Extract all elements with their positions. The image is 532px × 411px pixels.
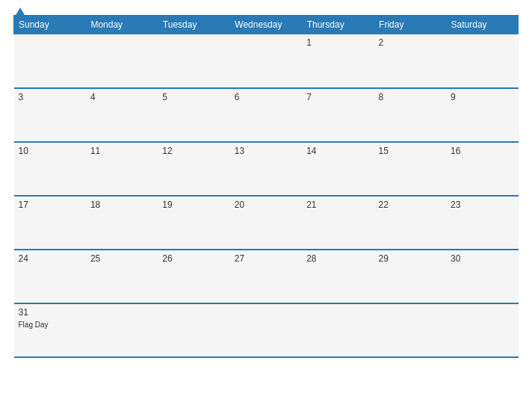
- calendar-cell: 15: [374, 142, 446, 196]
- logo-triangle-icon: [15, 7, 25, 16]
- logo-row: [13, 7, 25, 16]
- day-number: 12: [162, 146, 225, 156]
- calendar-tbody: 1234567891011121314151617181920212223242…: [14, 34, 519, 357]
- day-number: 30: [451, 253, 513, 264]
- calendar-cell: 21: [302, 196, 374, 250]
- calendar-cell: 24: [14, 250, 86, 303]
- calendar-cell: 18: [86, 196, 158, 250]
- calendar-container: SundayMondayTuesdayWednesdayThursdayFrid…: [0, 0, 532, 411]
- day-event: Flag Day: [19, 321, 49, 329]
- calendar-cell: [14, 34, 86, 88]
- calendar-cell: 14: [302, 142, 374, 196]
- day-number: 25: [90, 253, 153, 264]
- day-number: 21: [306, 200, 369, 210]
- day-number: 2: [379, 37, 442, 48]
- weekday-header-sunday: Sunday: [14, 16, 86, 34]
- day-number: 1: [306, 37, 369, 48]
- calendar-cell: 22: [374, 196, 446, 250]
- calendar-week-row: 31Flag Day: [14, 303, 519, 357]
- calendar-week-row: 12: [14, 34, 519, 88]
- calendar-cell: 7: [302, 88, 374, 142]
- calendar-thead: SundayMondayTuesdayWednesdayThursdayFrid…: [14, 16, 519, 34]
- day-number: 9: [451, 92, 513, 102]
- calendar-cell: 12: [158, 142, 229, 196]
- day-number: 28: [306, 253, 369, 264]
- calendar-cell: 28: [302, 250, 374, 303]
- day-number: 14: [306, 146, 369, 156]
- day-number: 22: [379, 200, 442, 210]
- day-number: 23: [451, 200, 513, 210]
- day-number: 31: [19, 307, 81, 318]
- calendar-cell: [446, 34, 518, 88]
- weekday-header-thursday: Thursday: [302, 16, 374, 34]
- calendar-cell: 19: [158, 196, 229, 250]
- weekday-header-tuesday: Tuesday: [158, 16, 229, 34]
- calendar-cell: 10: [14, 142, 86, 196]
- calendar-cell: 31Flag Day: [14, 303, 86, 357]
- calendar-cell: 29: [374, 250, 446, 303]
- calendar-week-row: 17181920212223: [14, 196, 519, 250]
- calendar-cell: [230, 303, 302, 357]
- day-number: 20: [235, 200, 297, 210]
- weekday-header-saturday: Saturday: [446, 16, 518, 34]
- calendar-cell: 23: [446, 196, 518, 250]
- day-number: 4: [90, 92, 153, 102]
- calendar-week-row: 24252627282930: [14, 250, 519, 303]
- weekday-header-monday: Monday: [86, 16, 158, 34]
- day-number: 5: [162, 92, 225, 102]
- calendar-cell: [374, 303, 446, 357]
- calendar-cell: [158, 303, 229, 357]
- day-number: 10: [19, 146, 81, 156]
- calendar-grid: SundayMondayTuesdayWednesdayThursdayFrid…: [13, 15, 519, 358]
- calendar-cell: 1: [302, 34, 374, 88]
- calendar-week-row: 10111213141516: [14, 142, 519, 196]
- calendar-cell: 17: [14, 196, 86, 250]
- calendar-cell: [86, 303, 158, 357]
- day-number: 18: [90, 200, 153, 210]
- day-number: 19: [162, 200, 225, 210]
- day-number: 6: [235, 92, 297, 102]
- day-number: 11: [90, 146, 153, 156]
- day-number: 29: [379, 253, 442, 264]
- calendar-cell: [302, 303, 374, 357]
- calendar-cell: 27: [230, 250, 302, 303]
- day-number: 3: [19, 92, 81, 102]
- calendar-cell: 26: [158, 250, 229, 303]
- calendar-cell: 11: [86, 142, 158, 196]
- calendar-cell: 8: [374, 88, 446, 142]
- calendar-cell: 16: [446, 142, 518, 196]
- calendar-cell: [230, 34, 302, 88]
- logo: [13, 7, 25, 16]
- calendar-cell: [446, 303, 518, 357]
- calendar-cell: 5: [158, 88, 229, 142]
- day-number: 27: [235, 253, 297, 264]
- day-number: 8: [379, 92, 442, 102]
- calendar-cell: 6: [230, 88, 302, 142]
- day-number: 26: [162, 253, 225, 264]
- day-number: 13: [235, 146, 297, 156]
- calendar-week-row: 3456789: [14, 88, 519, 142]
- day-number: 16: [451, 146, 513, 156]
- weekday-header-wednesday: Wednesday: [230, 16, 302, 34]
- day-number: 17: [19, 200, 81, 210]
- weekday-header-friday: Friday: [374, 16, 446, 34]
- calendar-cell: 25: [86, 250, 158, 303]
- day-number: 7: [306, 92, 369, 102]
- calendar-header: [13, 7, 519, 10]
- weekday-header-row: SundayMondayTuesdayWednesdayThursdayFrid…: [14, 16, 519, 34]
- calendar-cell: 3: [14, 88, 86, 142]
- calendar-cell: 30: [446, 250, 518, 303]
- calendar-cell: 4: [86, 88, 158, 142]
- calendar-cell: [158, 34, 229, 88]
- calendar-cell: 9: [446, 88, 518, 142]
- calendar-cell: 2: [374, 34, 446, 88]
- day-number: 24: [19, 253, 81, 264]
- calendar-cell: 13: [230, 142, 302, 196]
- day-number: 15: [379, 146, 442, 156]
- calendar-cell: [86, 34, 158, 88]
- calendar-cell: 20: [230, 196, 302, 250]
